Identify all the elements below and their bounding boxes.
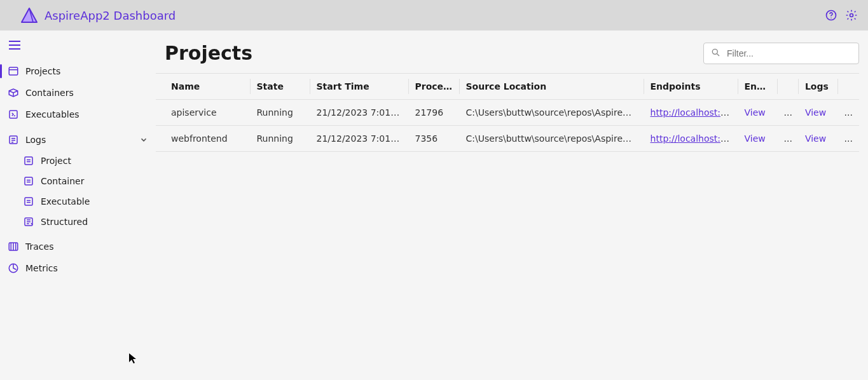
cell-logs: View bbox=[799, 100, 838, 126]
sidebar-item-traces[interactable]: Traces bbox=[0, 236, 156, 257]
page-title: Projects bbox=[165, 42, 252, 64]
log-container-icon bbox=[23, 175, 34, 187]
logs-view-link[interactable]: View bbox=[805, 107, 826, 118]
sidebar-logs-children: Project Container Executable Structured bbox=[0, 151, 156, 232]
cell-state: Running bbox=[251, 126, 310, 152]
svg-rect-16 bbox=[25, 177, 32, 185]
sidebar-item-logs-executable[interactable]: Executable bbox=[15, 191, 156, 212]
sidebar-item-logs-container[interactable]: Container bbox=[15, 171, 156, 191]
col-src[interactable]: Source Location bbox=[460, 73, 644, 100]
env-view-link[interactable]: View bbox=[745, 107, 766, 118]
logs-more-icon[interactable]: ... bbox=[838, 100, 859, 126]
table-row: apiservice Running 21/12/2023 7:01:1... … bbox=[156, 100, 859, 126]
sidebar-item-logs-project[interactable]: Project bbox=[15, 151, 156, 171]
metrics-icon bbox=[8, 262, 19, 274]
sidebar-item-executables[interactable]: Executables bbox=[0, 104, 156, 125]
col-logs[interactable]: Logs bbox=[799, 73, 838, 100]
chevron-down-icon bbox=[139, 135, 148, 144]
env-more-icon[interactable]: ... bbox=[778, 100, 799, 126]
sidebar-item-label: Structured bbox=[41, 217, 88, 227]
app-title: AspireApp2 Dashboard bbox=[45, 9, 176, 22]
log-project-icon bbox=[23, 155, 34, 166]
cell-pid: 7356 bbox=[409, 126, 460, 152]
filter-input[interactable] bbox=[726, 48, 852, 59]
sidebar-item-metrics[interactable]: Metrics bbox=[0, 257, 156, 279]
col-state[interactable]: State bbox=[251, 73, 310, 100]
cell-src: C:\Users\buttw\source\repos\AspireApp2\A… bbox=[460, 126, 644, 152]
cell-pid: 21796 bbox=[409, 100, 460, 126]
top-header: AspireApp2 Dashboard bbox=[0, 0, 868, 31]
col-pid[interactable]: Process Id bbox=[409, 73, 460, 100]
cell-name: apiservice bbox=[156, 100, 251, 126]
sidebar-item-logs-structured[interactable]: Structured bbox=[15, 212, 156, 232]
sidebar-item-label: Containers bbox=[25, 88, 74, 98]
sidebar-item-label: Executables bbox=[25, 109, 79, 119]
svg-point-28 bbox=[712, 49, 717, 54]
search-icon bbox=[710, 47, 720, 59]
cell-state: Running bbox=[251, 100, 310, 126]
help-icon[interactable] bbox=[825, 9, 837, 22]
env-more-icon[interactable]: ... bbox=[778, 126, 799, 152]
cell-name: webfrontend bbox=[156, 126, 251, 152]
cell-start: 21/12/2023 7:01:1... bbox=[310, 126, 409, 152]
hamburger-toggle[interactable] bbox=[0, 36, 156, 57]
endpoint-link[interactable]: http://localhost:55... bbox=[651, 107, 738, 118]
header-left: AspireApp2 Dashboard bbox=[0, 7, 176, 24]
sidebar-item-label: Traces bbox=[25, 241, 53, 252]
table-row: webfrontend Running 21/12/2023 7:01:1...… bbox=[156, 126, 859, 152]
col-env[interactable]: Envi... bbox=[738, 73, 778, 100]
settings-icon[interactable] bbox=[845, 9, 858, 22]
sidebar: Projects Containers Executables Logs bbox=[0, 31, 156, 380]
endpoint-link[interactable]: http://localhost:50... bbox=[651, 133, 738, 144]
log-structured-icon bbox=[23, 216, 34, 227]
cell-logs: View bbox=[799, 126, 838, 152]
logs-icon bbox=[8, 134, 19, 146]
svg-point-2 bbox=[850, 14, 853, 17]
main-content: Projects Name State Start Time Process I… bbox=[156, 31, 868, 380]
sidebar-item-label: Projects bbox=[25, 66, 60, 76]
svg-point-1 bbox=[830, 17, 832, 18]
traces-icon bbox=[8, 241, 19, 252]
col-start[interactable]: Start Time bbox=[310, 73, 409, 100]
svg-rect-6 bbox=[9, 67, 18, 75]
svg-rect-13 bbox=[25, 157, 32, 165]
sidebar-item-label: Project bbox=[41, 156, 71, 166]
cell-endpoint: http://localhost:55... bbox=[644, 100, 738, 126]
projects-table: Name State Start Time Process Id Source … bbox=[156, 73, 859, 152]
containers-icon bbox=[8, 87, 19, 98]
sidebar-item-label: Metrics bbox=[25, 263, 58, 273]
sidebar-item-label: Container bbox=[41, 176, 84, 186]
cell-env: View bbox=[738, 126, 778, 152]
cell-endpoint: http://localhost:50... bbox=[644, 126, 738, 152]
logs-view-link[interactable]: View bbox=[805, 133, 826, 144]
svg-rect-19 bbox=[25, 198, 32, 205]
sidebar-item-label: Logs bbox=[25, 135, 46, 145]
filter-box[interactable] bbox=[703, 43, 859, 64]
app-logo-icon bbox=[20, 7, 38, 24]
col-endpoints[interactable]: Endpoints bbox=[644, 73, 738, 100]
cell-start: 21/12/2023 7:01:1... bbox=[310, 100, 409, 126]
svg-line-29 bbox=[717, 54, 719, 56]
col-name[interactable]: Name bbox=[156, 73, 251, 100]
col-logs-extra bbox=[838, 73, 859, 100]
logs-more-icon[interactable]: ... bbox=[838, 126, 859, 152]
sidebar-item-label: Executable bbox=[41, 196, 90, 207]
cell-env: View bbox=[738, 100, 778, 126]
executables-icon bbox=[8, 109, 19, 120]
log-executable-icon bbox=[23, 196, 34, 207]
sidebar-item-projects[interactable]: Projects bbox=[0, 60, 156, 82]
col-env-extra bbox=[778, 73, 799, 100]
env-view-link[interactable]: View bbox=[745, 133, 766, 144]
projects-icon bbox=[8, 65, 19, 77]
cell-src: C:\Users\buttw\source\repos\AspireApp2\A… bbox=[460, 100, 644, 126]
table-header-row: Name State Start Time Process Id Source … bbox=[156, 73, 859, 100]
main-header: Projects bbox=[156, 42, 868, 73]
sidebar-item-containers[interactable]: Containers bbox=[0, 82, 156, 104]
sidebar-item-logs[interactable]: Logs bbox=[0, 129, 156, 151]
